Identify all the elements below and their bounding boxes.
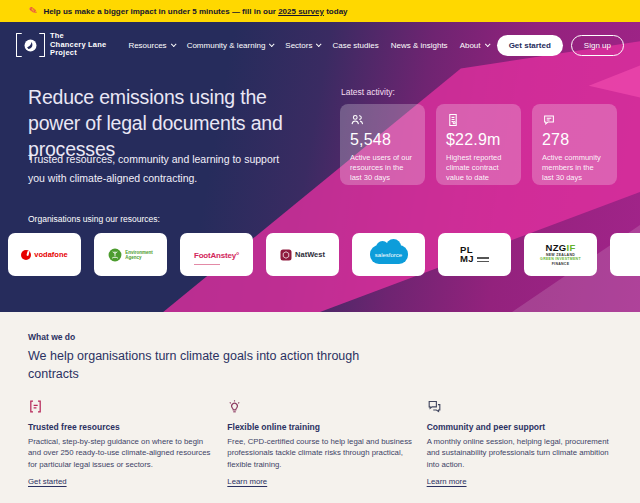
salesforce-cloud-icon: salesforce [370, 245, 408, 264]
stat-card-community-members: 278 Active community members in the last… [532, 104, 617, 185]
brand-bracket-globe-icon [16, 33, 45, 57]
stat-value: 5,548 [350, 131, 415, 149]
survey-link[interactable]: 2025 survey [278, 7, 324, 16]
logo-card-plmj[interactable]: PLMJ [438, 233, 511, 276]
contract-icon [446, 113, 460, 127]
nav-item-news-insights[interactable]: News & insights [391, 41, 448, 50]
hero-subheading: Trusted resources, community and learnin… [28, 150, 294, 188]
stat-card-contract-value: $22.9m Highest reported climate contract… [436, 104, 521, 185]
feature-description: Free, CPD-certified course to help legal… [227, 436, 412, 470]
banner-suffix: today [326, 7, 347, 16]
what-we-do-section: What we do We help organisations turn cl… [0, 312, 640, 503]
stat-description: Active community members in the last 30 … [542, 153, 607, 183]
nav-item-resources[interactable]: Resources [128, 41, 174, 50]
sign-up-button[interactable]: Sign up [571, 35, 624, 56]
feature-description: Practical, step-by-step guidance on wher… [28, 436, 213, 470]
logo-card-vodafone[interactable]: vodafone [8, 233, 81, 276]
features-row: Trusted free resources Practical, step-b… [28, 399, 612, 488]
chat-icon [542, 113, 556, 127]
users-icon [350, 113, 364, 127]
feature-trusted-resources: Trusted free resources Practical, step-b… [28, 399, 213, 488]
lightbulb-icon [227, 399, 242, 414]
nav-item-community-learning[interactable]: Community & learning [187, 41, 274, 50]
latest-activity-label: Latest activity: [341, 87, 395, 97]
stat-value: $22.9m [446, 131, 511, 149]
brand-name: The Chancery Lane Project [50, 32, 106, 58]
learn-more-link[interactable]: Learn more [427, 477, 467, 486]
chat-bubbles-icon [427, 399, 442, 414]
feature-online-training: Flexible online training Free, CPD-certi… [227, 399, 412, 488]
nav-item-about[interactable]: About [460, 41, 489, 50]
logo-card-partial[interactable] [610, 233, 640, 276]
logo-card-nzgif[interactable]: NZGIF NEW ZEALAND GREEN INVESTMENT FINAN… [524, 233, 597, 276]
stat-description: Highest reported climate contract value … [446, 153, 511, 183]
brand-logo[interactable]: The Chancery Lane Project [16, 32, 106, 58]
feature-title: Trusted free resources [28, 422, 213, 432]
environment-agency-icon [108, 248, 122, 262]
feature-title: Flexible online training [227, 422, 412, 432]
banner-text: Help us make a bigger impact in under 5 … [43, 7, 347, 16]
section-heading: We help organisations turn climate goals… [28, 347, 360, 383]
section-label: What we do [28, 332, 612, 342]
stat-description: Active users of our resources in the las… [350, 153, 415, 183]
plmj-tagline [477, 257, 489, 262]
chevron-down-icon [269, 41, 275, 47]
organisations-label: Organisations using our resources: [28, 214, 160, 224]
nav-item-case-studies[interactable]: Case studies [332, 41, 378, 50]
banner-prefix: Help us make a bigger impact in under 5 … [43, 7, 276, 16]
stat-card-active-users: 5,548 Active users of our resources in t… [340, 104, 425, 185]
stat-value: 278 [542, 131, 607, 149]
get-started-link[interactable]: Get started [28, 477, 67, 486]
nav-item-sectors[interactable]: Sectors [285, 41, 320, 50]
globe-icon [24, 39, 37, 52]
get-started-button[interactable]: Get started [497, 35, 563, 56]
chevron-down-icon [316, 41, 322, 47]
learn-more-link[interactable]: Learn more [227, 477, 267, 486]
main-nav: The Chancery Lane Project Resources Comm… [0, 22, 640, 68]
natwest-icon [280, 249, 292, 261]
hero-section: The Chancery Lane Project Resources Comm… [0, 22, 640, 312]
chevron-down-icon [484, 41, 490, 47]
logo-card-natwest[interactable]: NatWest [266, 233, 339, 276]
foot-anstey-tagline [194, 264, 220, 266]
logo-card-environment-agency[interactable]: EnvironmentAgency [94, 233, 167, 276]
announcement-banner: ✎ Help us make a bigger impact in under … [0, 0, 640, 22]
logo-card-foot-anstey[interactable]: FootAnstey° [180, 233, 253, 276]
stats-cards: 5,548 Active users of our resources in t… [340, 104, 617, 185]
feature-title: Community and peer support [427, 422, 612, 432]
feature-description: A monthly online session, helping legal,… [427, 436, 612, 470]
document-icon [28, 399, 43, 414]
logo-card-salesforce[interactable]: salesforce [352, 233, 425, 276]
chevron-down-icon [171, 41, 177, 47]
feature-peer-support: Community and peer support A monthly onl… [427, 399, 612, 488]
nav-menu: Resources Community & learning Sectors C… [128, 41, 488, 50]
vodafone-icon [21, 250, 31, 260]
organisation-logos: vodafone EnvironmentAgency FootAnstey° [8, 233, 640, 276]
pencil-icon: ✎ [28, 5, 38, 16]
